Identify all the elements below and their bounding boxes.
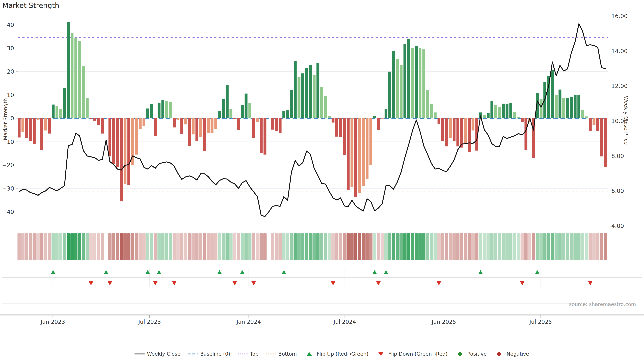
heatmap-cell [93,233,96,260]
heatmap-cell [142,233,146,260]
heatmap-cell [377,233,380,260]
heatmap-cell [574,233,577,260]
flip-down-marker [108,281,112,285]
strength-bar [282,111,285,118]
legend-item-bottom[interactable]: Bottom [266,351,297,357]
heatmap-cell [517,233,520,260]
strength-bar [400,65,402,118]
left-axis-tick-label: −30 [2,185,14,192]
heatmap-cell [558,233,562,260]
strength-bar [196,118,198,141]
heatmap-cell [414,233,418,260]
strength-bar [581,110,584,118]
strength-bar [600,118,603,156]
market-strength-chart: 403020100−10−20−30−4016.0014.0012.0010.0… [0,0,644,362]
strength-bar [407,39,410,118]
strength-bar [237,118,240,130]
right-axis-tick-label: 16.00 [611,13,628,19]
strength-bar [192,118,194,134]
strength-bar [472,118,474,131]
strength-bar [301,73,304,118]
strength-bar [271,118,274,130]
heatmap-cell [494,233,498,260]
left-axis-tick-label: −20 [2,162,14,168]
legend-item-flip-up-red-green[interactable]: Flip Up (Red→Green) [304,351,368,357]
heatmap-cell [426,233,429,260]
strength-bar [25,118,28,138]
heatmap-cell [97,233,100,260]
strength-bar [207,118,210,133]
strength-bar [97,118,100,125]
strength-bar [233,118,236,119]
heatmap-cell [520,233,524,260]
strength-bar [418,48,422,118]
flip-up-marker [478,270,483,274]
strength-bar [128,118,130,185]
strength-bar [328,116,331,118]
heatmap-cell [346,233,350,260]
strength-bar [562,98,565,118]
flip-down-marker [153,281,158,285]
flip-down-marker [588,281,592,285]
source-credit: source: sharemaestro.com [0,301,636,307]
strength-bar [347,118,350,190]
heatmap-cell [316,233,320,260]
legend-item-weekly-close[interactable]: Weekly Close [134,351,180,357]
strength-bar [264,118,266,155]
strength-bar [63,88,66,118]
heatmap-cell [570,233,573,260]
heatmap-cell [551,233,554,260]
heatmap-cell [25,233,28,260]
x-axis-tick-label: Jul 2024 [333,319,356,325]
strength-bar [211,118,214,133]
left-axis-tick-label: −10 [2,138,14,145]
heatmap-cell [29,233,32,260]
strength-bar [86,98,88,118]
heatmap-cell [547,233,550,260]
legend-item-negative[interactable]: Negative [494,351,529,357]
heatmap-cell [392,233,395,260]
flip-down-marker [331,281,336,285]
left-axis-tick-label: 0 [10,115,14,122]
flip-up-marker [146,270,150,274]
heatmap-cell [222,233,225,260]
strength-bar [445,118,448,146]
heatmap-cell [286,233,289,260]
strength-bar [245,93,248,118]
heatmap-cell [229,233,232,260]
heatmap-cell [127,233,130,260]
strength-bar [377,118,380,130]
heatmap-cell [400,233,403,260]
dot-legend-icon [455,352,466,356]
heatmap-cell [82,233,85,260]
strength-bar [154,118,157,136]
heatmap-cell [301,233,304,260]
heatmap-cell [188,233,191,260]
strength-bar [320,87,323,118]
strength-bar [494,105,497,118]
heatmap-cell [343,233,346,260]
heatmap-cell [282,233,286,260]
legend-item-top[interactable]: Top [237,351,258,357]
legend-item-baseline-0[interactable]: Baseline (0) [188,351,230,357]
strength-bar [120,118,122,201]
heatmap-cell [592,233,596,260]
strength-bar [483,115,486,118]
strength-bar [36,118,40,120]
heatmap-cell [48,233,51,260]
heatmap-cell [312,233,316,260]
strength-bar [173,118,176,127]
strength-bar [585,116,588,118]
strength-bar [142,118,146,126]
strength-bar [354,118,357,197]
right-axis-tick-label: 8.00 [611,153,624,159]
legend-item-flip-down-green-red[interactable]: Flip Down (Green→Red) [376,351,448,357]
strength-bar [275,118,278,131]
heatmap-cell [543,233,546,260]
x-axis-tick-label: Jul 2023 [138,319,161,325]
strength-bar [506,104,508,118]
strength-bar [566,98,569,118]
flip-up-marker [372,270,377,274]
legend-item-positive[interactable]: Positive [455,351,487,357]
heatmap-cell [460,233,464,260]
